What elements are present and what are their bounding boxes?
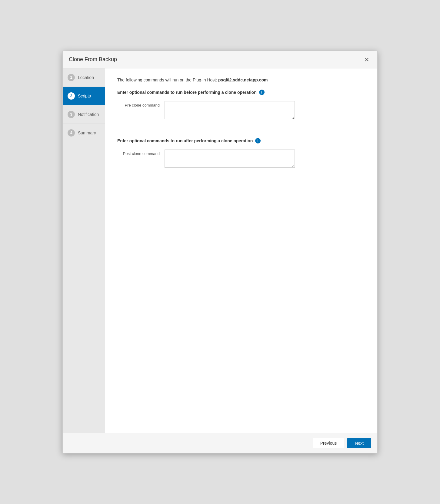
post-clone-section-title: Enter optional commands to run after per…	[117, 138, 253, 143]
sidebar-item-label-summary: Summary	[78, 130, 96, 135]
pre-clone-section-title: Enter optional commands to run before pe…	[117, 90, 257, 95]
dialog-header: Clone From Backup ✕	[63, 51, 377, 68]
plugin-host-value: psql02.sddc.netapp.com	[218, 77, 268, 82]
pre-clone-label: Pre clone command	[117, 101, 160, 107]
pre-clone-section: Enter optional commands to run before pe…	[117, 90, 365, 129]
post-clone-section: Enter optional commands to run after per…	[117, 138, 365, 177]
dialog-footer: Previous Next	[63, 433, 377, 453]
dialog-body: 1 Location 2 Scripts 3 Notification 4	[63, 68, 377, 433]
sidebar: 1 Location 2 Scripts 3 Notification 4	[63, 68, 105, 433]
main-content: The following commands will run on the P…	[105, 68, 377, 433]
post-clone-label: Post clone command	[117, 150, 160, 156]
step-circle-3: 3	[68, 111, 75, 118]
next-button[interactable]: Next	[347, 438, 371, 448]
sidebar-item-location[interactable]: 1 Location	[63, 68, 105, 87]
pre-clone-section-header: Enter optional commands to run before pe…	[117, 90, 365, 95]
sidebar-item-label-scripts: Scripts	[78, 94, 91, 98]
plugin-host-line: The following commands will run on the P…	[117, 77, 365, 82]
pre-clone-command-input[interactable]	[165, 101, 295, 119]
close-button[interactable]: ✕	[362, 56, 371, 63]
post-clone-field-row: Post clone command	[117, 150, 365, 168]
previous-button[interactable]: Previous	[313, 438, 344, 448]
sidebar-item-summary[interactable]: 4 Summary	[63, 124, 105, 142]
step-circle-1: 1	[68, 74, 75, 81]
post-clone-info-icon[interactable]: i	[255, 138, 261, 143]
pre-clone-field-row: Pre clone command	[117, 101, 365, 119]
step-circle-4: 4	[68, 129, 75, 137]
sidebar-item-label-notification: Notification	[78, 112, 99, 117]
post-clone-command-input[interactable]	[165, 150, 295, 168]
clone-from-backup-dialog: Clone From Backup ✕ 1 Location 2 Scripts…	[62, 51, 378, 453]
pre-clone-info-icon[interactable]: i	[259, 90, 265, 95]
sidebar-item-scripts[interactable]: 2 Scripts	[63, 87, 105, 105]
dialog-title: Clone From Backup	[69, 56, 117, 63]
sidebar-item-label-location: Location	[78, 75, 94, 80]
post-clone-section-header: Enter optional commands to run after per…	[117, 138, 365, 143]
step-circle-2: 2	[68, 92, 75, 100]
sidebar-item-notification[interactable]: 3 Notification	[63, 105, 105, 124]
